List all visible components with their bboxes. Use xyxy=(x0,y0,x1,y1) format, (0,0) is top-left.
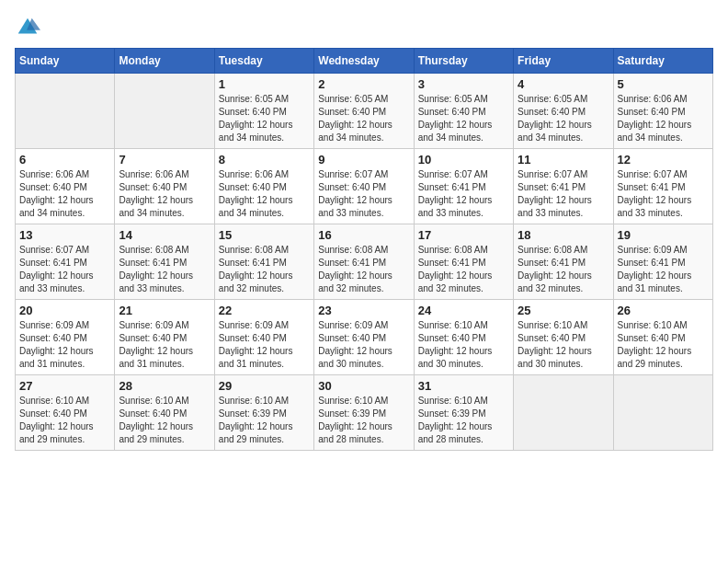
calendar-cell: 22Sunrise: 6:09 AMSunset: 6:40 PMDayligh… xyxy=(214,300,313,375)
day-number: 21 xyxy=(119,304,210,317)
weekday-header-wednesday: Wednesday xyxy=(314,49,414,74)
day-number: 26 xyxy=(618,304,709,317)
calendar-cell xyxy=(514,375,613,451)
calendar-cell xyxy=(16,74,115,149)
calendar-cell: 13Sunrise: 6:07 AMSunset: 6:41 PMDayligh… xyxy=(16,224,115,300)
day-number: 20 xyxy=(19,304,110,317)
calendar-header: SundayMondayTuesdayWednesdayThursdayFrid… xyxy=(16,49,713,74)
day-number: 23 xyxy=(318,304,409,317)
calendar-cell: 18Sunrise: 6:08 AMSunset: 6:41 PMDayligh… xyxy=(514,224,613,300)
calendar-cell: 9Sunrise: 6:07 AMSunset: 6:40 PMDaylight… xyxy=(314,149,414,224)
day-info: Sunrise: 6:10 AMSunset: 6:40 PMDaylight:… xyxy=(19,395,110,446)
day-info: Sunrise: 6:05 AMSunset: 6:40 PMDaylight:… xyxy=(318,93,409,144)
day-info: Sunrise: 6:10 AMSunset: 6:40 PMDaylight:… xyxy=(119,395,210,446)
weekday-header-tuesday: Tuesday xyxy=(214,49,313,74)
calendar-cell: 5Sunrise: 6:06 AMSunset: 6:40 PMDaylight… xyxy=(613,74,712,149)
day-number: 15 xyxy=(219,228,310,242)
weekday-header-sunday: Sunday xyxy=(16,49,115,74)
weekday-header-saturday: Saturday xyxy=(613,49,712,74)
day-info: Sunrise: 6:10 AMSunset: 6:39 PMDaylight:… xyxy=(418,395,509,446)
day-info: Sunrise: 6:08 AMSunset: 6:41 PMDaylight:… xyxy=(119,244,210,295)
day-number: 6 xyxy=(19,153,110,167)
calendar-week-1: 1Sunrise: 6:05 AMSunset: 6:40 PMDaylight… xyxy=(16,74,713,149)
day-info: Sunrise: 6:10 AMSunset: 6:39 PMDaylight:… xyxy=(219,395,310,446)
day-number: 18 xyxy=(518,228,609,242)
day-number: 14 xyxy=(119,228,210,242)
day-number: 9 xyxy=(318,153,409,167)
day-number: 13 xyxy=(19,228,110,242)
day-number: 12 xyxy=(618,153,709,167)
day-info: Sunrise: 6:07 AMSunset: 6:41 PMDaylight:… xyxy=(618,168,709,220)
day-number: 10 xyxy=(418,153,509,167)
day-info: Sunrise: 6:10 AMSunset: 6:40 PMDaylight:… xyxy=(518,319,609,371)
calendar-cell: 4Sunrise: 6:05 AMSunset: 6:40 PMDaylight… xyxy=(514,74,613,149)
logo xyxy=(15,15,44,40)
calendar-cell: 26Sunrise: 6:10 AMSunset: 6:40 PMDayligh… xyxy=(613,300,712,375)
day-info: Sunrise: 6:08 AMSunset: 6:41 PMDaylight:… xyxy=(418,244,509,295)
calendar-cell xyxy=(613,375,712,451)
calendar-cell: 28Sunrise: 6:10 AMSunset: 6:40 PMDayligh… xyxy=(115,375,214,451)
calendar-cell: 6Sunrise: 6:06 AMSunset: 6:40 PMDaylight… xyxy=(16,149,115,224)
day-info: Sunrise: 6:08 AMSunset: 6:41 PMDaylight:… xyxy=(518,244,609,295)
day-info: Sunrise: 6:06 AMSunset: 6:40 PMDaylight:… xyxy=(219,168,310,220)
day-info: Sunrise: 6:07 AMSunset: 6:41 PMDaylight:… xyxy=(418,168,509,220)
day-info: Sunrise: 6:07 AMSunset: 6:41 PMDaylight:… xyxy=(19,244,110,295)
day-info: Sunrise: 6:06 AMSunset: 6:40 PMDaylight:… xyxy=(19,168,110,220)
calendar-cell: 25Sunrise: 6:10 AMSunset: 6:40 PMDayligh… xyxy=(514,300,613,375)
day-info: Sunrise: 6:10 AMSunset: 6:40 PMDaylight:… xyxy=(418,319,509,371)
page-header xyxy=(15,15,713,40)
calendar-week-3: 13Sunrise: 6:07 AMSunset: 6:41 PMDayligh… xyxy=(16,224,713,300)
calendar-cell: 19Sunrise: 6:09 AMSunset: 6:41 PMDayligh… xyxy=(613,224,712,300)
calendar-cell: 10Sunrise: 6:07 AMSunset: 6:41 PMDayligh… xyxy=(414,149,513,224)
day-number: 8 xyxy=(219,153,310,167)
calendar-cell: 31Sunrise: 6:10 AMSunset: 6:39 PMDayligh… xyxy=(414,375,513,451)
day-number: 29 xyxy=(219,379,310,393)
day-number: 19 xyxy=(618,228,709,242)
day-number: 24 xyxy=(418,304,509,317)
calendar-cell: 16Sunrise: 6:08 AMSunset: 6:41 PMDayligh… xyxy=(314,224,414,300)
day-number: 17 xyxy=(418,228,509,242)
calendar-cell: 14Sunrise: 6:08 AMSunset: 6:41 PMDayligh… xyxy=(115,224,214,300)
calendar-cell: 11Sunrise: 6:07 AMSunset: 6:41 PMDayligh… xyxy=(514,149,613,224)
day-info: Sunrise: 6:05 AMSunset: 6:40 PMDaylight:… xyxy=(518,93,609,144)
calendar-cell: 29Sunrise: 6:10 AMSunset: 6:39 PMDayligh… xyxy=(214,375,313,451)
calendar-cell: 17Sunrise: 6:08 AMSunset: 6:41 PMDayligh… xyxy=(414,224,513,300)
day-info: Sunrise: 6:07 AMSunset: 6:41 PMDaylight:… xyxy=(518,168,609,220)
day-info: Sunrise: 6:09 AMSunset: 6:40 PMDaylight:… xyxy=(119,319,210,371)
day-info: Sunrise: 6:08 AMSunset: 6:41 PMDaylight:… xyxy=(318,244,409,295)
calendar-cell: 21Sunrise: 6:09 AMSunset: 6:40 PMDayligh… xyxy=(115,300,214,375)
day-number: 30 xyxy=(318,379,409,393)
calendar-cell: 23Sunrise: 6:09 AMSunset: 6:40 PMDayligh… xyxy=(314,300,414,375)
calendar-week-5: 27Sunrise: 6:10 AMSunset: 6:40 PMDayligh… xyxy=(16,375,713,451)
calendar-cell: 2Sunrise: 6:05 AMSunset: 6:40 PMDaylight… xyxy=(314,74,414,149)
weekday-header-thursday: Thursday xyxy=(414,49,513,74)
day-number: 11 xyxy=(518,153,609,167)
weekday-header-friday: Friday xyxy=(514,49,613,74)
calendar-cell: 8Sunrise: 6:06 AMSunset: 6:40 PMDaylight… xyxy=(214,149,313,224)
calendar-cell: 27Sunrise: 6:10 AMSunset: 6:40 PMDayligh… xyxy=(16,375,115,451)
day-number: 25 xyxy=(518,304,609,317)
day-info: Sunrise: 6:10 AMSunset: 6:39 PMDaylight:… xyxy=(318,395,409,446)
day-info: Sunrise: 6:09 AMSunset: 6:40 PMDaylight:… xyxy=(19,319,110,371)
calendar-table: SundayMondayTuesdayWednesdayThursdayFrid… xyxy=(15,48,713,451)
day-number: 2 xyxy=(318,77,409,91)
logo-icon xyxy=(15,15,40,40)
calendar-cell: 3Sunrise: 6:05 AMSunset: 6:40 PMDaylight… xyxy=(414,74,513,149)
calendar-cell: 15Sunrise: 6:08 AMSunset: 6:41 PMDayligh… xyxy=(214,224,313,300)
calendar-cell: 24Sunrise: 6:10 AMSunset: 6:40 PMDayligh… xyxy=(414,300,513,375)
day-info: Sunrise: 6:05 AMSunset: 6:40 PMDaylight:… xyxy=(219,93,310,144)
day-info: Sunrise: 6:06 AMSunset: 6:40 PMDaylight:… xyxy=(618,93,709,144)
day-number: 1 xyxy=(219,77,310,91)
day-info: Sunrise: 6:08 AMSunset: 6:41 PMDaylight:… xyxy=(219,244,310,295)
day-info: Sunrise: 6:10 AMSunset: 6:40 PMDaylight:… xyxy=(618,319,709,371)
day-number: 4 xyxy=(518,77,609,91)
day-number: 31 xyxy=(418,379,509,393)
calendar-cell: 12Sunrise: 6:07 AMSunset: 6:41 PMDayligh… xyxy=(613,149,712,224)
day-info: Sunrise: 6:09 AMSunset: 6:41 PMDaylight:… xyxy=(618,244,709,295)
day-info: Sunrise: 6:06 AMSunset: 6:40 PMDaylight:… xyxy=(119,168,210,220)
calendar-cell: 1Sunrise: 6:05 AMSunset: 6:40 PMDaylight… xyxy=(214,74,313,149)
day-number: 28 xyxy=(119,379,210,393)
calendar-cell: 30Sunrise: 6:10 AMSunset: 6:39 PMDayligh… xyxy=(314,375,414,451)
calendar-week-4: 20Sunrise: 6:09 AMSunset: 6:40 PMDayligh… xyxy=(16,300,713,375)
calendar-cell xyxy=(115,74,214,149)
